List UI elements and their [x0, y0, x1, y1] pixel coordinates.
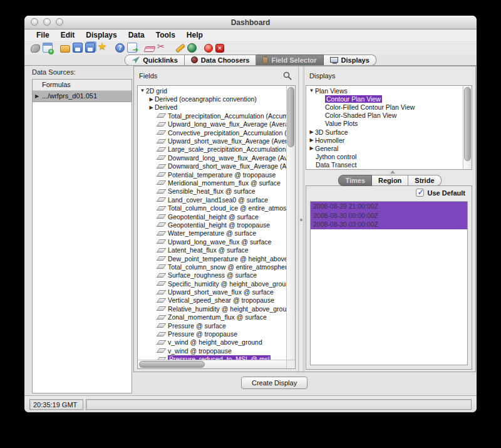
- data-source-item[interactable]: ▶ .../wrfprs_d01.051: [33, 91, 132, 102]
- field-tree-row[interactable]: Geopotential_height @ tropopause: [138, 221, 286, 229]
- fields-horizontal-scrollbar[interactable]: [138, 360, 286, 368]
- field-tree-row[interactable]: ▶ Derived (oceangraphic convention): [138, 95, 286, 103]
- open-folder-icon[interactable]: [60, 45, 70, 53]
- field-tree-row[interactable]: Convective_precipitation_Accumulation (A…: [138, 128, 286, 137]
- field-tree-row[interactable]: ▶ Derived: [138, 103, 286, 112]
- field-tree-row[interactable]: v_wind @ height_above_ground: [138, 338, 286, 346]
- tree-toggle-icon[interactable]: ▶: [148, 96, 155, 102]
- field-tree-row[interactable]: Upward_short_wave_flux_Average (Average …: [138, 137, 286, 145]
- field-tree-row[interactable]: Zonal_momentum_flux @ surface: [138, 313, 286, 321]
- search-icon[interactable]: [283, 71, 292, 80]
- use-default-checkbox[interactable]: [416, 189, 424, 197]
- display-tree-row[interactable]: Color-Shaded Plan View: [306, 112, 463, 120]
- field-icon: [157, 348, 167, 353]
- display-tree-row[interactable]: Jython control: [306, 153, 463, 161]
- support-icon[interactable]: [127, 43, 137, 53]
- minimize-window-icon[interactable]: [43, 18, 51, 26]
- main-tab[interactable]: Quicklinks: [125, 55, 185, 66]
- cut-icon[interactable]: [157, 43, 167, 53]
- menu-item[interactable]: Edit: [55, 31, 81, 39]
- menu-item[interactable]: Tools: [150, 31, 181, 39]
- field-tree-row[interactable]: Relative_humidity @ height_above_ground: [138, 305, 286, 313]
- save-as-icon[interactable]: [85, 43, 95, 53]
- create-display-button[interactable]: Create Display: [241, 377, 307, 389]
- zoom-window-icon[interactable]: [56, 18, 63, 26]
- display-tree-row[interactable]: ▶ Hovmoller: [306, 136, 463, 144]
- tree-toggle-icon[interactable]: ▼: [139, 88, 146, 93]
- field-tree-row[interactable]: Water_temperature @ surface: [138, 229, 286, 237]
- scrollbar-thumb[interactable]: [139, 361, 205, 368]
- time-item[interactable]: 2008-08-30 00:00:00Z: [311, 211, 467, 221]
- field-tree-row[interactable]: Total_precipitation_Accumulation (Accumu…: [138, 112, 286, 120]
- field-tree-row[interactable]: ▼ 2D grid: [138, 86, 286, 95]
- display-tree-row[interactable]: Value Plots: [306, 120, 463, 128]
- dashboard-icon[interactable]: [31, 44, 40, 53]
- time-item[interactable]: 2008-08-30 03:00:00Z: [311, 220, 467, 229]
- field-tree-row[interactable]: Upward_long_wave_flux_Average (Average f…: [138, 120, 286, 128]
- fields-vertical-scrollbar[interactable]: [286, 86, 295, 360]
- title-bar[interactable]: Dashboard: [24, 16, 477, 29]
- display-tree-row[interactable]: ▼ Plan Views: [306, 86, 463, 95]
- field-tree-row[interactable]: Pressure @ surface: [138, 321, 286, 330]
- menu-item[interactable]: Data: [123, 31, 150, 39]
- scrollbar-thumb[interactable]: [464, 87, 471, 161]
- favorites-icon[interactable]: [98, 43, 108, 53]
- field-tree-row[interactable]: Pressure_reduced_to_MSL @ msl: [138, 355, 286, 360]
- field-tree-row[interactable]: Potential_temperature @ tropopause: [138, 170, 286, 179]
- data-source-item[interactable]: Formulas: [33, 80, 132, 91]
- field-tree-row[interactable]: Meridional_momentum_flux @ surface: [138, 179, 286, 187]
- field-tree-row[interactable]: Surface_roughness @ surface: [138, 271, 286, 279]
- sub-tab[interactable]: Region: [372, 175, 408, 186]
- edit-icon[interactable]: [175, 43, 185, 53]
- field-tree-row[interactable]: Sensible_heat_flux @ surface: [138, 187, 286, 195]
- menu-item[interactable]: File: [31, 31, 55, 39]
- sub-tab[interactable]: Times: [338, 175, 372, 186]
- display-tree-row[interactable]: ▶ General: [306, 144, 463, 152]
- field-tree-row[interactable]: Specific_humidity @ height_above_ground: [138, 279, 286, 288]
- sub-tab[interactable]: Stride: [408, 175, 441, 186]
- menu-item[interactable]: Displays: [80, 31, 122, 39]
- globe-icon[interactable]: [187, 43, 197, 53]
- main-tab[interactable]: Displays: [324, 55, 376, 66]
- field-tree-row[interactable]: Land_cover_land1sea0 @ surface: [138, 195, 286, 204]
- main-tab[interactable]: Data Choosers: [185, 55, 257, 66]
- tree-toggle-icon[interactable]: ▶: [308, 129, 315, 135]
- panel-splitter[interactable]: [298, 66, 304, 372]
- field-tree-row[interactable]: Geopotential_height @ surface: [138, 212, 286, 221]
- tree-toggle-icon[interactable]: ▶: [308, 137, 315, 143]
- field-tree-row[interactable]: Downward_long_wave_flux_Average (Average…: [138, 154, 286, 162]
- tree-toggle-icon[interactable]: ▶: [308, 145, 315, 151]
- main-tab[interactable]: Field Selector: [256, 55, 323, 66]
- field-tree-row[interactable]: v_wind @ tropopause: [138, 346, 286, 355]
- display-tree-row[interactable]: Contour Plan View: [306, 95, 463, 103]
- tree-toggle-icon[interactable]: ▶: [148, 105, 155, 110]
- display-tree-row[interactable]: Color-Filled Contour Plan View: [306, 103, 463, 111]
- splitter-collapse-arrow-icon[interactable]: [390, 170, 395, 174]
- menu-item[interactable]: Help: [181, 31, 209, 39]
- stop-icon[interactable]: [215, 44, 224, 53]
- tree-toggle-icon[interactable]: ▼: [308, 88, 315, 93]
- scrollbar-thumb[interactable]: [287, 87, 294, 147]
- display-tree-row[interactable]: ▶ 3D Surface: [306, 128, 463, 136]
- field-tree-row[interactable]: Upward_short_wave_flux @ surface: [138, 288, 286, 296]
- time-item[interactable]: 2008-08-29 21:00:00Z: [311, 202, 467, 211]
- field-tree-row[interactable]: Dew_point_temperature @ height_above_gro…: [138, 254, 286, 263]
- new-window-icon[interactable]: [43, 43, 53, 53]
- display-tree-row[interactable]: Data Transect: [306, 161, 463, 169]
- erase-icon[interactable]: [144, 46, 156, 52]
- close-window-icon[interactable]: [31, 18, 38, 26]
- save-icon[interactable]: [73, 43, 83, 53]
- field-tree-row[interactable]: Vertical_speed_shear @ tropopause: [138, 296, 286, 305]
- field-tree-row[interactable]: Downward_short_wave_flux_Average (Averag…: [138, 162, 286, 170]
- field-tree-row[interactable]: Pressure @ tropopause: [138, 330, 286, 338]
- field-tree-row[interactable]: Upward_long_wave_flux @ surface: [138, 237, 286, 246]
- field-tree-row[interactable]: Total_column_snow @ entire_atmosphere: [138, 263, 286, 271]
- field-tree-row[interactable]: Total_column_cloud_ice @ entire_atmosphe…: [138, 204, 286, 212]
- record-icon[interactable]: [204, 44, 213, 53]
- expand-arrow-icon[interactable]: ▶: [35, 91, 40, 102]
- help-icon[interactable]: [115, 43, 125, 53]
- field-tree-row[interactable]: Large_scale_precipitation_Accumulation (…: [138, 145, 286, 154]
- displays-vertical-scrollbar[interactable]: [463, 86, 472, 169]
- field-tree-row[interactable]: Latent_heat_flux @ surface: [138, 246, 286, 254]
- use-default-row[interactable]: Use Default: [416, 189, 465, 197]
